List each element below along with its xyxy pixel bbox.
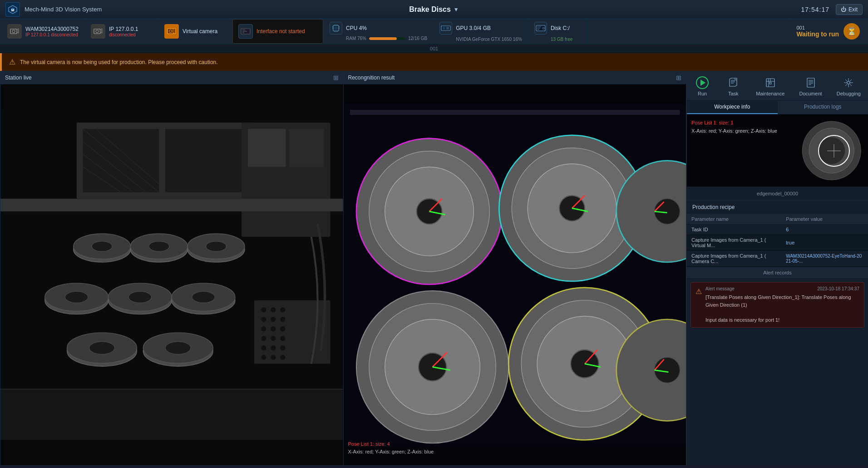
station-live-title: Station live bbox=[5, 75, 32, 81]
virtual-cam-icon bbox=[164, 24, 179, 39]
job-id: 001 bbox=[796, 25, 839, 30]
tab-production-logs[interactable]: Production logs bbox=[778, 100, 868, 114]
virtual-cam-info: Virtual camera bbox=[182, 28, 217, 35]
gpu-icon bbox=[439, 22, 452, 35]
alert-content: Alert message 2023-10-18 17:34:37 [Trans… bbox=[705, 286, 859, 324]
svg-point-83 bbox=[271, 326, 276, 331]
svg-marker-11 bbox=[173, 28, 175, 34]
toolbar: Run Task bbox=[687, 71, 868, 100]
production-recipe-table: Parameter name Parameter value Task ID 6… bbox=[687, 214, 868, 267]
debugging-icon bbox=[842, 76, 855, 89]
svg-point-147 bbox=[847, 81, 850, 84]
run-label: Run bbox=[698, 91, 707, 96]
recognition-expand-icon[interactable]: ⊞ bbox=[676, 74, 681, 81]
svg-point-92 bbox=[271, 355, 276, 360]
svg-rect-48 bbox=[248, 129, 286, 167]
power-icon: ⏻ bbox=[841, 6, 846, 13]
svg-point-86 bbox=[271, 336, 276, 341]
svg-marker-5 bbox=[16, 29, 19, 33]
exit-button[interactable]: ⏻ Exit bbox=[836, 4, 863, 15]
ram-progress bbox=[369, 37, 405, 40]
interface-icon bbox=[238, 24, 253, 39]
svg-point-81 bbox=[280, 317, 285, 322]
alert-time: 2023-10-18 17:34:37 bbox=[817, 286, 859, 291]
recognition-pose-list: Pose List 1: size: 4 bbox=[348, 440, 434, 448]
task-button[interactable]: Task bbox=[720, 75, 747, 98]
ram-detail: 12/16 GB bbox=[408, 36, 427, 41]
device-bar: WAM30214A3000752 IP 127.0.0.1 disconnect… bbox=[0, 19, 868, 44]
svg-point-89 bbox=[271, 345, 276, 350]
svg-point-77 bbox=[271, 307, 276, 312]
workpiece-crosshair bbox=[818, 135, 850, 167]
alert-section: Alert records ⚠ Alert message 2023-10-18… bbox=[687, 267, 868, 466]
task-icon bbox=[727, 76, 740, 89]
maintenance-button[interactable]: Maintenance bbox=[750, 75, 790, 98]
recognition-body: Pose List 1: size: 4 X-Axis: red; Y-Axis… bbox=[344, 85, 686, 465]
device-disk: Disk C:/ 13 GB free bbox=[529, 19, 588, 44]
alert-text-0: [Translate Poses along Given Direction_1… bbox=[705, 294, 859, 324]
main-content: Station live ⊞ bbox=[0, 71, 868, 466]
svg-point-74 bbox=[165, 342, 191, 354]
model-name: edgemodel_00000 bbox=[687, 187, 868, 200]
param-value-1: true bbox=[781, 235, 868, 251]
alert-item-0: ⚠ Alert message 2023-10-18 17:34:37 [Tra… bbox=[690, 282, 864, 328]
svg-point-71 bbox=[89, 342, 115, 354]
device-cam2[interactable]: IP 127.0.0.1 disconnected bbox=[85, 19, 158, 44]
svg-point-85 bbox=[261, 336, 266, 341]
document-button[interactable]: Document bbox=[794, 75, 827, 98]
cam1-name: WAM30214A3000752 bbox=[25, 26, 79, 32]
svg-rect-50 bbox=[0, 199, 343, 211]
document-icon bbox=[804, 76, 817, 89]
top-bar-center: Brake Discs ▼ bbox=[409, 5, 459, 14]
cpu-icon bbox=[330, 22, 342, 35]
warning-text: The virtual camera is now being used for… bbox=[20, 59, 218, 65]
station-live-expand-icon[interactable]: ⊞ bbox=[333, 74, 339, 81]
tab-workpiece-info[interactable]: Workpiece info bbox=[687, 100, 778, 114]
svg-point-78 bbox=[280, 307, 285, 312]
run-button[interactable]: Run bbox=[689, 75, 716, 98]
col-param-value: Parameter value bbox=[781, 214, 868, 224]
param-name-0: Task ID bbox=[687, 224, 781, 235]
workpiece-pose-list: Pose List 1: size: 1 bbox=[691, 119, 777, 127]
svg-rect-140 bbox=[769, 82, 771, 84]
step-label-bar: 001 bbox=[0, 44, 868, 53]
job-status-item: 001 Waiting to run ⏳ bbox=[789, 19, 866, 44]
cam2-status: disconnected bbox=[109, 32, 138, 37]
station-live-image bbox=[0, 85, 343, 465]
alert-records-title: Alert records bbox=[687, 267, 868, 279]
recognition-header: Recongnition result ⊞ bbox=[344, 71, 686, 85]
workpiece-axes: X-Axis: red; Y-Axis: green; Z-Axis: blue bbox=[691, 127, 777, 135]
debugging-label: Debugging bbox=[837, 91, 861, 96]
svg-point-84 bbox=[280, 326, 285, 331]
svg-rect-97 bbox=[350, 110, 680, 115]
device-cam1[interactable]: WAM30214A3000752 IP 127.0.0.1 disconnect… bbox=[2, 19, 84, 44]
svg-rect-41 bbox=[165, 129, 248, 193]
warning-banner: ⚠ The virtual camera is now being used f… bbox=[0, 53, 868, 71]
svg-point-62 bbox=[65, 291, 88, 303]
svg-point-88 bbox=[261, 345, 266, 350]
station-live-body bbox=[0, 85, 343, 465]
device-virtual-cam[interactable]: Virtual camera bbox=[159, 19, 232, 44]
virtual-cam-label: Virtual camera bbox=[182, 28, 217, 35]
gpu-label: GPU 3.0/4 GB bbox=[456, 25, 491, 31]
disk-icon bbox=[534, 22, 547, 35]
cam2-icon bbox=[91, 24, 105, 39]
disk-free: 13 GB free bbox=[551, 37, 572, 42]
hourglass-icon: ⏳ bbox=[843, 23, 860, 40]
alert-warn-icon: ⚠ bbox=[695, 287, 702, 324]
cpu-label: CPU 4% bbox=[346, 25, 367, 31]
top-bar-right: 17:54:17 ⏻ Exit bbox=[801, 4, 863, 15]
maintenance-label: Maintenance bbox=[756, 91, 784, 96]
svg-rect-94 bbox=[0, 389, 343, 440]
cam1-status: IP 127.0.0.1 disconnected bbox=[25, 32, 79, 37]
station-live-panel: Station live ⊞ bbox=[0, 71, 344, 466]
svg-rect-49 bbox=[289, 129, 324, 167]
job-status: Waiting to run bbox=[796, 30, 839, 38]
svg-point-65 bbox=[128, 291, 151, 303]
device-interface[interactable]: Interface not started bbox=[232, 19, 323, 44]
ram-label: RAM 76% bbox=[346, 36, 366, 41]
project-dropdown-icon[interactable]: ▼ bbox=[454, 6, 459, 13]
debugging-button[interactable]: Debugging bbox=[831, 75, 866, 98]
tabs: Workpiece info Production logs bbox=[687, 100, 868, 115]
svg-point-68 bbox=[192, 291, 215, 303]
